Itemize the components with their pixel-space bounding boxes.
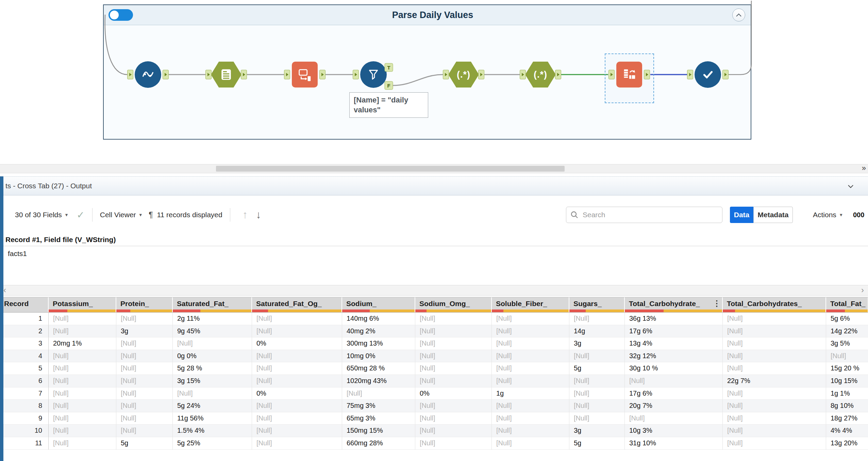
separator xyxy=(230,208,230,222)
scroll-right-icon[interactable]: › xyxy=(861,285,864,295)
actions-menu[interactable]: Actions ▾ xyxy=(813,196,842,234)
anchor-out[interactable] xyxy=(722,70,729,79)
metadata-tab-button[interactable]: Metadata xyxy=(753,207,793,223)
table-row[interactable]: 8[Null][Null]5g 24%[Null]75mg 3%[Null][N… xyxy=(0,400,868,412)
column-header-potassium_[interactable]: Potassium_ xyxy=(49,297,116,312)
anchor-in[interactable] xyxy=(353,70,359,79)
anchor-in[interactable] xyxy=(205,70,212,79)
text-input-tool[interactable] xyxy=(211,62,241,88)
previous-record-icon[interactable]: ↑ xyxy=(243,209,248,221)
table-cell: 10mg 0% xyxy=(342,350,415,363)
scrollbar-thumb[interactable] xyxy=(216,166,565,172)
search-input[interactable] xyxy=(582,210,718,219)
column-header-soluble_fiber_[interactable]: Soluble_Fiber_ xyxy=(492,297,569,312)
anchor-in[interactable] xyxy=(284,70,290,79)
table-cell: 300mg 13% xyxy=(342,337,415,350)
anchor-F[interactable]: F xyxy=(385,81,393,90)
anchor-in[interactable] xyxy=(608,70,615,79)
pilcrow-icon[interactable]: ¶ xyxy=(149,210,153,220)
table-cell: [Null] xyxy=(569,375,625,387)
table-cell: 1020mg 43% xyxy=(342,375,415,387)
caret-down-icon[interactable]: ▾ xyxy=(65,212,68,218)
column-header-record[interactable]: Record xyxy=(0,297,49,312)
anchor-out[interactable] xyxy=(163,70,169,79)
cell-viewer-scrollbar[interactable]: ‹ › xyxy=(0,285,868,296)
anchor-out[interactable] xyxy=(241,70,247,79)
table-row[interactable]: 11[Null]5g5g 25%[Null]660mg 28%[Null][Nu… xyxy=(0,437,868,450)
apply-check-icon[interactable]: ✓ xyxy=(77,209,84,221)
next-record-icon[interactable]: ↓ xyxy=(256,209,261,221)
column-header-sodium_omg_[interactable]: Sodium_Omg_ xyxy=(415,297,492,312)
data-quality-bar xyxy=(625,309,722,312)
table-cell: 20mg 1% xyxy=(49,337,116,350)
regex-tool-2[interactable]: (.*) xyxy=(525,62,556,88)
table-row[interactable]: 320mg 1%[Null][Null]0%300mg 13%[Null][Nu… xyxy=(0,337,868,350)
search-box[interactable] xyxy=(566,207,722,223)
table-cell: [Null] xyxy=(49,375,116,387)
toolbar-overflow[interactable]: 000 xyxy=(853,196,864,234)
anchor-out[interactable] xyxy=(644,70,650,79)
record-number: 7 xyxy=(0,387,49,400)
results-panel-header[interactable]: ts - Cross Tab (27) - Output xyxy=(0,176,868,195)
caret-down-icon[interactable]: ▾ xyxy=(139,212,142,218)
cell-viewer-selector[interactable]: Cell Viewer xyxy=(100,211,136,219)
column-header-total_fat_[interactable]: Total_Fat_ xyxy=(826,297,868,312)
fields-selector[interactable]: 30 of 30 Fields xyxy=(15,211,62,219)
cell-viewer-content[interactable]: facts1 xyxy=(0,246,868,285)
column-header-sodium_[interactable]: Sodium_ xyxy=(342,297,415,312)
table-row[interactable]: 5[Null][Null]5g 28 %[Null]650mg 28 %[Nul… xyxy=(0,362,868,375)
regex-tool-1[interactable]: (.*) xyxy=(448,62,479,88)
crosstab-tool[interactable] xyxy=(616,62,642,88)
column-header-total_carbohydrate_[interactable]: Total_Carbohydrate_⋮ xyxy=(625,297,723,312)
anchor-in[interactable] xyxy=(127,70,133,79)
table-cell: 9g 45% xyxy=(173,325,252,338)
scroll-right-icon[interactable]: » xyxy=(862,164,866,173)
chevron-down-icon[interactable] xyxy=(848,184,854,190)
record-number: 2 xyxy=(0,325,49,338)
anchor-in[interactable] xyxy=(687,70,693,79)
table-cell: 3g xyxy=(569,425,625,437)
filter-tool[interactable] xyxy=(360,61,387,88)
table-row[interactable]: 7[Null][Null][Null]0%[Null]0%1g[Null]17g… xyxy=(0,387,868,400)
column-menu-icon[interactable]: ⋮ xyxy=(713,299,721,308)
table-cell: 31g 10% xyxy=(625,437,723,450)
browse-tool[interactable] xyxy=(695,61,721,88)
column-header-saturated_fat_[interactable]: Saturated_Fat_ xyxy=(173,297,252,312)
input-tool[interactable] xyxy=(135,61,161,88)
anchor-out[interactable] xyxy=(478,70,484,79)
table-row[interactable]: 1[Null][Null]2g 11%[Null]140mg 6%[Null][… xyxy=(0,313,868,325)
tool-container-parse-daily-values[interactable]: Parse Daily Values TF(.*)(.*) xyxy=(103,4,751,140)
data-tab-button[interactable]: Data xyxy=(730,207,753,223)
anchor-T[interactable]: T xyxy=(385,63,393,72)
data-quality-bar xyxy=(0,309,48,312)
table-cell: [Null] xyxy=(49,325,116,338)
table-row[interactable]: 4[Null][Null]0g 0%[Null]10mg 0%[Null][Nu… xyxy=(0,350,868,363)
column-header-total_carbohydrates_[interactable]: Total_Carbohydrates_ xyxy=(723,297,826,312)
table-row[interactable]: 9[Null][Null]11g 56%[Null]65mg 3%[Null][… xyxy=(0,412,868,425)
table-cell: [Null] xyxy=(252,362,342,375)
table-row[interactable]: 10[Null][Null]1.5% 4%[Null]150mg 15%[Nul… xyxy=(0,425,868,437)
canvas-horizontal-scrollbar[interactable]: » xyxy=(0,164,868,173)
anchor-out[interactable] xyxy=(319,70,326,79)
record-number: 1 xyxy=(0,313,49,325)
split-columns-tool[interactable] xyxy=(292,62,318,88)
anchor-in[interactable] xyxy=(520,70,526,79)
data-quality-bar xyxy=(116,309,172,312)
table-cell: 20g 7% xyxy=(625,400,723,412)
column-header-saturated_fat_og_[interactable]: Saturated_Fat_Og_ xyxy=(252,297,342,312)
table-row[interactable]: 6[Null][Null]3g 15%[Null]1020mg 43%[Null… xyxy=(0,375,868,387)
table-cell: [Null] xyxy=(723,400,826,412)
anchor-out[interactable] xyxy=(555,70,561,79)
table-row[interactable]: 2[Null]3g9g 45%[Null]40mg 2%[Null][Null]… xyxy=(0,325,868,338)
scroll-left-icon[interactable]: ‹ xyxy=(3,285,6,295)
table-cell: [Null] xyxy=(569,387,625,400)
table-cell: [Null] xyxy=(49,387,116,400)
filter-annotation[interactable]: [Name] = "daily values" xyxy=(349,92,428,118)
anchor-in[interactable] xyxy=(443,70,449,79)
column-header-protein_[interactable]: Protein_ xyxy=(116,297,173,312)
column-header-sugars_[interactable]: Sugars_ xyxy=(569,297,625,312)
workflow-canvas[interactable]: Parse Daily Values TF(.*)(.*) xyxy=(0,0,868,164)
table-cell: [Null] xyxy=(625,412,723,425)
table-cell: [Null] xyxy=(252,425,342,437)
table-cell: [Null] xyxy=(569,313,625,325)
